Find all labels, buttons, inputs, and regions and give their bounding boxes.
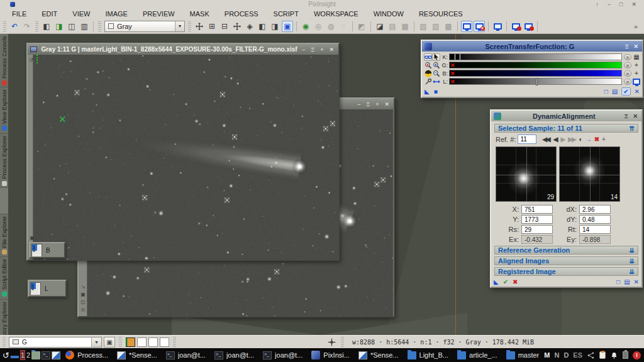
shade-icon[interactable]: Ξ (625, 43, 629, 50)
mask-visible-icon[interactable]: ▨ (430, 21, 441, 32)
dock-tab-process-console[interactable]: Process Console (0, 34, 8, 87)
locate-sample-icon[interactable]: + (602, 136, 604, 143)
stf-gradient-bar[interactable] (449, 53, 622, 60)
new-instance-icon[interactable]: □ (604, 88, 608, 95)
dropdown-arrow-icon[interactable]: ▼ (91, 337, 101, 347)
selected-sample-header[interactable]: Selected Sample: 11 of 11 ⇈ (494, 124, 638, 133)
ref-number-input[interactable] (518, 134, 536, 144)
goto-sample-icon[interactable]: → (586, 136, 591, 143)
mask-enabled-icon[interactable]: ▧ (418, 21, 429, 32)
fit-view-icon[interactable]: ◈ (244, 21, 255, 32)
menu-workspace[interactable]: WORKSPACE (307, 9, 365, 18)
save-image-icon[interactable]: ◫ (66, 21, 77, 32)
minimize-icon[interactable]: − (302, 47, 305, 53)
shade-icon[interactable]: Ξ (311, 47, 314, 53)
toolbar-handle[interactable] (98, 21, 101, 31)
field-value-x[interactable]: 751 (521, 205, 553, 214)
close-icon[interactable]: ✕ (384, 101, 389, 107)
stf-midtone-slider[interactable] (536, 78, 538, 85)
selection-mode-icon[interactable]: ▣ (79, 292, 87, 297)
dock-tab-view-explorer[interactable]: View Explorer (0, 87, 8, 134)
stf-gradient-bar[interactable]: ✕ (449, 78, 622, 85)
process-history-icon[interactable]: ◌ (338, 21, 349, 32)
toolbar-handle[interactable] (3, 21, 6, 31)
battery-icon[interactable] (623, 351, 628, 359)
pan-mode-icon[interactable] (194, 21, 205, 32)
track-view-icon[interactable]: ✕ (635, 88, 640, 95)
toolbar-handle[interactable] (173, 337, 176, 347)
link-rgb-icon[interactable] (432, 78, 440, 85)
screen-swap-icon[interactable] (492, 21, 503, 32)
stf-auto-stretch-icon[interactable]: ▣ (282, 21, 293, 32)
task-folder-3[interactable]: master (502, 349, 543, 361)
cursor-icon[interactable] (432, 53, 440, 61)
menu-process[interactable]: PROCESS (218, 9, 265, 18)
files-icon[interactable] (31, 349, 40, 361)
field-value-y[interactable]: 1773 (521, 215, 553, 224)
menu-file[interactable]: FILE (5, 9, 33, 18)
menu-script[interactable]: SCRIPT (267, 9, 306, 18)
zoom-in-alt-icon[interactable] (432, 62, 440, 69)
toolbar-handle[interactable] (3, 337, 6, 347)
color-swatch-3[interactable] (148, 337, 158, 347)
section-registered-image[interactable]: Registered Image⇊ (494, 267, 638, 276)
color-swatch-4[interactable] (160, 337, 169, 347)
dock-tab-process-explorer[interactable]: Process Explorer (0, 134, 8, 188)
sample-preview-reference[interactable]: 29 (496, 146, 557, 202)
clone-image-icon[interactable]: ◨ (53, 21, 65, 32)
menu-edit[interactable]: EDIT (35, 9, 64, 18)
stf-gradient-bar[interactable]: ✕ (449, 70, 622, 77)
menu-resources[interactable]: RESOURCES (412, 9, 470, 18)
toolbar-handle[interactable] (341, 337, 344, 347)
next-sample-icon[interactable]: ▶ (561, 136, 565, 143)
readout-mode-icon[interactable]: ◎ (79, 307, 87, 312)
zoom-out-icon[interactable] (432, 70, 440, 77)
zoom-out-fit-icon[interactable]: ⊟ (219, 21, 230, 32)
stf-titlebar[interactable]: ScreenTransferFunction: G Ξ✕ (422, 41, 642, 52)
reset-channel-icon[interactable]: ✕ (624, 62, 631, 69)
undo-icon[interactable]: ↶ (9, 21, 20, 32)
workspace-2[interactable]: 2 (26, 350, 30, 360)
reset-icon[interactable]: ■ (434, 88, 438, 95)
edit-stf-icon[interactable] (424, 78, 432, 85)
expand-icon[interactable]: ⇊ (630, 268, 635, 275)
reset-channel-icon[interactable]: ✕ (624, 79, 631, 85)
invert-display-icon[interactable]: ◐ (579, 136, 582, 143)
undo-history-icon[interactable]: ◩ (356, 21, 367, 32)
workspace-1[interactable]: 1 (20, 350, 25, 360)
adjust-icon[interactable]: + (633, 70, 640, 77)
apply-icon[interactable]: ✔ (503, 278, 508, 285)
color-swatch-2[interactable] (137, 337, 147, 347)
zoom-icon[interactable]: + (320, 47, 323, 53)
show-mask-icon[interactable]: ◨ (269, 21, 280, 32)
color-swatch-1[interactable] (126, 337, 135, 347)
stf-dialog[interactable]: ScreenTransferFunction: G Ξ✕ K:✕▦G:✕✕+B:… (421, 40, 643, 98)
drag-instance-icon[interactable]: ◣ (494, 278, 499, 285)
new-view-button[interactable]: ▣ (104, 337, 115, 348)
preview-mode-icon[interactable]: ▤ (387, 21, 398, 32)
terminal-launcher-icon[interactable] (42, 349, 50, 361)
section-reference-generation[interactable]: Reference Generation⇊ (494, 246, 638, 255)
zoom-icon[interactable]: + (375, 101, 379, 107)
task-terminal-1[interactable]: joan@t... (162, 349, 209, 361)
editor-launcher-icon[interactable] (52, 349, 60, 361)
stf-slider-tick[interactable] (460, 54, 460, 60)
task-editor-1[interactable]: *Sense... (113, 349, 161, 361)
prev-sample-icon[interactable]: ◀ (553, 136, 557, 143)
enable-stf-check-icon[interactable]: ✔ (621, 87, 630, 96)
task-folder-1[interactable]: Light_B... (404, 349, 452, 361)
split-view-icon[interactable]: ◪ (374, 21, 386, 32)
tray-indicator-es[interactable]: ES (573, 351, 582, 359)
image-mode-dropdown[interactable]: Gray▼ (104, 21, 185, 32)
zoom-in-icon[interactable] (424, 62, 432, 69)
menu-mask[interactable]: MASK (183, 9, 216, 18)
readout-crosshair-icon[interactable] (328, 338, 336, 346)
screen-remove-icon[interactable] (523, 21, 534, 32)
task-editor-2[interactable]: *Sense... (355, 349, 402, 361)
view-selector-dropdown[interactable]: G ▼ (9, 337, 102, 348)
new-instance-icon[interactable]: ◧ (41, 21, 52, 32)
zoom-to-fit-icon[interactable]: ⊞ (206, 21, 218, 32)
delete-sample-icon[interactable]: ✖ (594, 136, 598, 143)
minimize-icon[interactable]: − (357, 101, 360, 107)
cancel-icon[interactable]: ✖ (513, 278, 518, 285)
